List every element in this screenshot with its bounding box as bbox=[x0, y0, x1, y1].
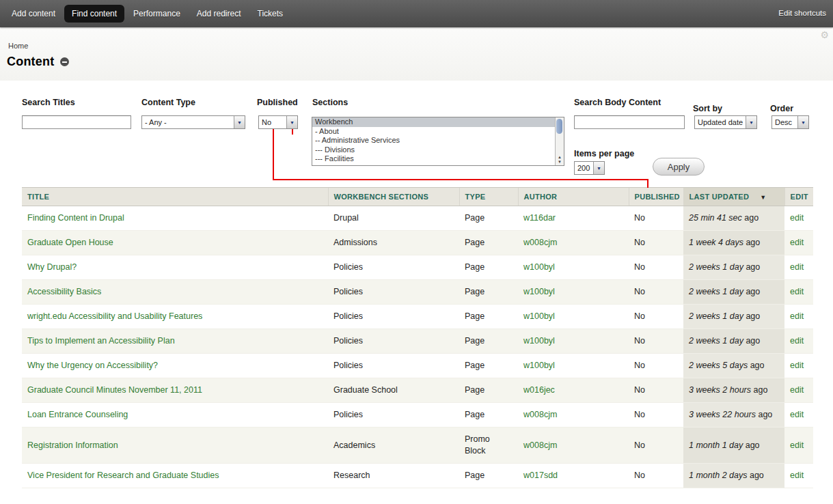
annotation-line bbox=[647, 179, 648, 188]
breadcrumb-home-link[interactable]: Home bbox=[8, 42, 28, 50]
breadcrumb: Home bbox=[8, 42, 28, 50]
scrollbar[interactable]: ▲▼ bbox=[555, 117, 564, 165]
column-header-published[interactable]: Published bbox=[629, 188, 683, 206]
title-link[interactable]: Why Drupal? bbox=[27, 262, 77, 272]
edit-cell: edit bbox=[784, 329, 813, 354]
edit-link[interactable]: edit bbox=[790, 336, 804, 346]
order-label: Order bbox=[770, 104, 793, 113]
edit-link[interactable]: edit bbox=[790, 471, 804, 480]
minus-circle-icon[interactable] bbox=[60, 57, 69, 66]
author-link[interactable]: w100byl bbox=[523, 287, 555, 296]
author-link[interactable]: w017sdd bbox=[523, 471, 558, 480]
last-updated-cell: 1 month 1 day ago bbox=[683, 428, 784, 464]
table-body: Finding Content in Drupal Drupal Page w1… bbox=[22, 206, 813, 488]
author-link[interactable]: w116dar bbox=[523, 213, 556, 223]
title-link[interactable]: Loan Entrance Counseling bbox=[27, 410, 128, 419]
author-link[interactable]: w100byl bbox=[523, 336, 555, 346]
table-row: Why Drupal? Policies Page w100byl No 2 w… bbox=[22, 255, 813, 280]
edit-shortcuts-link[interactable]: Edit shortcuts bbox=[778, 9, 826, 17]
sections-cell: Admissions bbox=[328, 231, 459, 255]
toolbar-item-performance[interactable]: Performance bbox=[126, 5, 188, 23]
ago-label: ago bbox=[750, 361, 765, 370]
edit-link[interactable]: edit bbox=[790, 385, 804, 395]
edit-link[interactable]: edit bbox=[790, 311, 804, 321]
title-link[interactable]: Finding Content in Drupal bbox=[27, 213, 124, 223]
edit-link[interactable]: edit bbox=[790, 262, 804, 272]
author-cell: w100byl bbox=[518, 305, 629, 329]
last-updated-cell: 3 weeks 2 hours ago bbox=[683, 378, 784, 403]
column-header-author[interactable]: Author bbox=[518, 188, 629, 206]
order-select[interactable]: Desc ▼ bbox=[771, 115, 809, 129]
table-row: Accessibility Basics Policies Page w100b… bbox=[22, 280, 813, 305]
updated-relative-time: 2 weeks 1 day bbox=[689, 262, 743, 272]
author-link[interactable]: w008cjm bbox=[523, 410, 557, 419]
updated-relative-time: 1 month 1 day bbox=[689, 440, 743, 450]
title-link[interactable]: Registration Information bbox=[27, 440, 118, 450]
edit-cell: edit bbox=[784, 378, 813, 403]
toolbar-item-tickets[interactable]: Tickets bbox=[250, 5, 291, 23]
sort-by-select[interactable]: Updated date ▼ bbox=[694, 115, 757, 129]
title-link[interactable]: Vice President for Research and Graduate… bbox=[27, 471, 219, 480]
sections-option[interactable]: - About bbox=[312, 127, 555, 137]
edit-link[interactable]: edit bbox=[790, 361, 804, 370]
title-link[interactable]: Accessibility Basics bbox=[27, 287, 101, 296]
author-link[interactable]: w016jec bbox=[523, 385, 555, 395]
toolbar-item-add-redirect[interactable]: Add redirect bbox=[189, 5, 249, 23]
edit-link[interactable]: edit bbox=[790, 238, 804, 247]
edit-link[interactable]: edit bbox=[790, 410, 804, 419]
title-cell: Graduate Open House bbox=[22, 231, 328, 255]
edit-cell: edit bbox=[784, 403, 813, 428]
ago-label: ago bbox=[754, 385, 768, 395]
search-titles-input[interactable] bbox=[22, 115, 131, 129]
author-link[interactable]: w100byl bbox=[523, 262, 555, 272]
title-link[interactable]: wright.edu Accessibility and Usability F… bbox=[27, 311, 202, 321]
scrollbar-arrows[interactable]: ▲▼ bbox=[556, 155, 564, 165]
toolbar-item-add-content[interactable]: Add content bbox=[4, 5, 63, 23]
edit-cell: edit bbox=[784, 305, 813, 329]
items-per-page-select[interactable]: 200 ▼ bbox=[574, 161, 605, 175]
title-link[interactable]: Tips to Implement an Accessibility Plan bbox=[27, 336, 175, 346]
published-cell: No bbox=[629, 428, 683, 464]
sections-listbox[interactable]: Workbench - About -- Administrative Serv… bbox=[312, 117, 564, 166]
sort-by-value: Updated date bbox=[695, 116, 746, 128]
published-select[interactable]: No ▼ bbox=[258, 115, 298, 129]
ago-label: ago bbox=[746, 262, 760, 272]
column-header-workbench-sections[interactable]: Workbench Sections bbox=[328, 188, 459, 206]
author-link[interactable]: w100byl bbox=[523, 361, 555, 370]
gear-icon[interactable]: ⚙ bbox=[820, 29, 829, 40]
edit-link[interactable]: edit bbox=[790, 213, 804, 223]
title-cell: wright.edu Accessibility and Usability F… bbox=[22, 305, 328, 329]
edit-link[interactable]: edit bbox=[790, 287, 804, 296]
content-type-select[interactable]: - Any - ▼ bbox=[141, 115, 245, 129]
table-row: Finding Content in Drupal Drupal Page w1… bbox=[22, 206, 813, 231]
ago-label: ago bbox=[746, 238, 760, 247]
author-link[interactable]: w008cjm bbox=[523, 238, 557, 247]
column-header-type[interactable]: Type bbox=[459, 188, 518, 206]
column-header-edit[interactable]: Edit bbox=[784, 188, 813, 206]
sections-option[interactable]: --- Facilities bbox=[312, 154, 555, 164]
title-link[interactable]: Graduate Council Minutes November 11, 20… bbox=[27, 385, 202, 395]
ago-label: ago bbox=[744, 213, 759, 223]
table-row: Vice President for Research and Graduate… bbox=[22, 464, 813, 488]
title-link[interactable]: Graduate Open House bbox=[27, 238, 113, 247]
apply-button[interactable]: Apply bbox=[653, 158, 705, 176]
sections-cell: Policies bbox=[328, 403, 459, 428]
sections-option[interactable]: -- Administrative Services bbox=[312, 136, 555, 145]
scroll-down-icon[interactable]: ▼ bbox=[558, 160, 562, 164]
sections-option[interactable]: --- Divisions bbox=[312, 145, 555, 155]
title-cell: Why the Urgency on Accessibility? bbox=[22, 354, 328, 378]
last-updated-cell: 1 month 2 days ago bbox=[683, 464, 784, 488]
published-value: No bbox=[259, 116, 286, 128]
author-link[interactable]: w008cjm bbox=[523, 440, 557, 450]
sections-option[interactable]: Workbench bbox=[312, 117, 555, 127]
title-link[interactable]: Why the Urgency on Accessibility? bbox=[27, 361, 158, 370]
updated-relative-time: 1 month 2 days bbox=[689, 471, 747, 480]
column-header-last-updated[interactable]: Last updated▼ bbox=[683, 188, 784, 206]
author-link[interactable]: w100byl bbox=[523, 311, 555, 321]
edit-link[interactable]: edit bbox=[790, 440, 804, 450]
column-header-title[interactable]: Title bbox=[22, 188, 328, 206]
scroll-up-icon[interactable]: ▲ bbox=[558, 155, 562, 159]
search-body-input[interactable] bbox=[574, 115, 685, 129]
scrollbar-thumb[interactable] bbox=[556, 119, 562, 134]
toolbar-item-find-content[interactable]: Find content bbox=[64, 5, 124, 23]
